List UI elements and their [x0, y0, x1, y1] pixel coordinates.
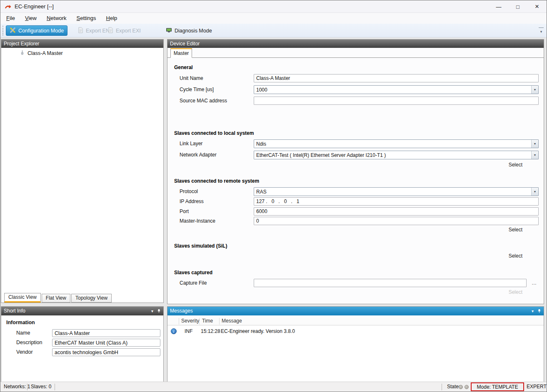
- menu-network[interactable]: Network: [42, 13, 72, 24]
- network-adapter-select[interactable]: EtherCAT-Test ( Intel(R) Ethernet Server…: [254, 151, 539, 159]
- title-bar: EC-Engineer [--] — □ ×: [0, 0, 547, 13]
- local-section-heading: Slaves connected to local system: [174, 130, 254, 136]
- time-cell: 15:12:28: [201, 328, 220, 334]
- severity-cell: INF: [185, 328, 192, 334]
- source-mac-field[interactable]: [254, 97, 539, 105]
- device-editor-tabstrip: Master: [167, 48, 544, 58]
- ip-address-label: IP Address: [180, 198, 204, 204]
- capture-file-field[interactable]: [254, 279, 527, 287]
- link-layer-select[interactable]: Ndis ▼: [254, 139, 539, 148]
- project-tree: Class-A Master: [1, 48, 163, 293]
- sil-select-link[interactable]: Select: [509, 253, 522, 259]
- dropdown-arrow-icon: ▼: [531, 151, 538, 159]
- cycle-time-select[interactable]: 1000 ▼: [254, 85, 539, 94]
- chevron-down-icon[interactable]: ▾: [151, 309, 153, 313]
- close-button[interactable]: ×: [527, 0, 547, 13]
- vendor-field[interactable]: [52, 348, 160, 356]
- remote-select-link[interactable]: Select: [509, 227, 522, 233]
- state-indicator-1: [459, 385, 463, 389]
- tree-item-class-a-master[interactable]: Class-A Master: [20, 50, 63, 57]
- monitor-icon: [166, 27, 172, 34]
- window-title: EC-Engineer [--]: [15, 3, 54, 10]
- sil-section-heading: Slaves simulated (SiL): [174, 243, 227, 249]
- tools-icon: [10, 27, 16, 35]
- unit-name-field[interactable]: [254, 74, 539, 82]
- app-window: EC-Engineer [--] — □ × File View Network…: [0, 0, 547, 392]
- chevron-down-icon[interactable]: ▾: [532, 309, 534, 313]
- short-info-header: Short Info ▾: [1, 307, 163, 315]
- state-indicator-2: [465, 385, 469, 389]
- message-column-header[interactable]: Message: [222, 318, 242, 324]
- export-exi-button[interactable]: Export EXI: [105, 25, 144, 36]
- menu-view[interactable]: View: [20, 13, 42, 24]
- short-info-panel: Short Info ▾ Information Name Descriptio…: [1, 306, 164, 382]
- network-adapter-label: Network Adapter: [180, 152, 217, 158]
- info-icon: i: [171, 328, 177, 334]
- name-field[interactable]: [52, 329, 160, 337]
- state-label: State:: [447, 384, 460, 390]
- app-logo-icon: [5, 3, 11, 10]
- dropdown-arrow-icon: ▼: [531, 140, 538, 148]
- project-explorer-panel: Project Explorer Class-A Master Classic …: [1, 39, 164, 303]
- menu-settings[interactable]: Settings: [72, 13, 101, 24]
- export-file-icon: [108, 27, 113, 35]
- severity-column-header[interactable]: Severity: [181, 318, 199, 324]
- view-tab-strip: Classic View Flat View Topology View: [1, 293, 163, 303]
- menu-file[interactable]: File: [1, 13, 20, 24]
- export-file-icon: [78, 27, 83, 35]
- toolbar-overflow-button[interactable]: ▾: [539, 27, 544, 35]
- capture-file-label: Capture File: [180, 280, 207, 286]
- captured-select-link: Select: [509, 289, 522, 295]
- maximize-button[interactable]: □: [508, 0, 527, 13]
- captured-section-heading: Slaves captured: [174, 270, 212, 275]
- tab-classic-view[interactable]: Classic View: [4, 293, 41, 303]
- networks-count: Networks: 1: [4, 384, 30, 390]
- messages-column-header: Severity Time Message: [167, 317, 544, 325]
- browse-button[interactable]: …: [532, 280, 537, 286]
- general-section-heading: General: [174, 65, 193, 70]
- toolbar: Configuration Mode Export ENI Export EXI…: [0, 24, 547, 37]
- toolbar-grip[interactable]: [2, 26, 3, 35]
- dropdown-arrow-icon: ▼: [531, 188, 538, 196]
- messages-header: Messages ▾: [167, 307, 544, 315]
- remote-section-heading: Slaves connected to remote system: [174, 178, 259, 184]
- message-row[interactable]: i INF 15:12:28 EC-Engineer ready. Versio…: [167, 327, 544, 336]
- device-editor-panel: Device Editor Master General Unit Name C…: [167, 39, 544, 304]
- protocol-select[interactable]: RAS ▼: [254, 187, 539, 196]
- pin-icon[interactable]: [157, 309, 161, 313]
- ip-address-field[interactable]: [254, 197, 539, 206]
- tab-master[interactable]: Master: [170, 48, 192, 58]
- description-field[interactable]: [52, 339, 160, 347]
- master-instance-field[interactable]: [254, 217, 539, 225]
- link-layer-label: Link Layer: [180, 141, 202, 146]
- information-heading: Information: [6, 320, 35, 325]
- tab-topology-view[interactable]: Topology View: [71, 294, 112, 303]
- configuration-mode-button[interactable]: Configuration Mode: [6, 25, 67, 36]
- expert-mode-status[interactable]: EXPERT: [527, 384, 547, 390]
- slaves-count: Slaves: 0: [31, 384, 51, 390]
- project-explorer-header: Project Explorer: [1, 40, 163, 48]
- overflow-chevron-icon: ▾: [540, 30, 542, 34]
- menu-bar: File View Network Settings Help: [0, 13, 547, 24]
- status-bar: Networks: 1 Slaves: 0 State: Mode: TEMPL…: [0, 382, 547, 392]
- diagnosis-mode-button[interactable]: Diagnosis Mode: [162, 25, 215, 36]
- master-instance-label: Master-Instance: [180, 218, 215, 224]
- vendor-label: Vendor: [16, 349, 33, 355]
- master-device-icon: [20, 50, 25, 57]
- tab-flat-view[interactable]: Flat View: [42, 294, 70, 303]
- unit-name-label: Unit Name: [180, 75, 203, 81]
- minimize-button[interactable]: —: [489, 0, 508, 13]
- menu-help[interactable]: Help: [101, 13, 122, 24]
- time-column-header[interactable]: Time: [202, 318, 213, 324]
- mode-status: Mode: TEMPLATE: [477, 384, 518, 390]
- message-cell: EC-Engineer ready. Version 3.8.0: [221, 328, 295, 334]
- local-select-link[interactable]: Select: [509, 162, 522, 168]
- name-label: Name: [16, 330, 30, 336]
- messages-panel: Messages ▾ Severity Time Message i INF 1…: [167, 306, 544, 382]
- port-label: Port: [180, 208, 189, 214]
- master-form: General Unit Name Cycle Time [us] 1000 ▼…: [167, 58, 544, 304]
- pin-icon[interactable]: [537, 309, 541, 313]
- cycle-time-label: Cycle Time [us]: [180, 87, 214, 92]
- description-label: Description: [16, 340, 42, 345]
- port-field[interactable]: [254, 207, 539, 216]
